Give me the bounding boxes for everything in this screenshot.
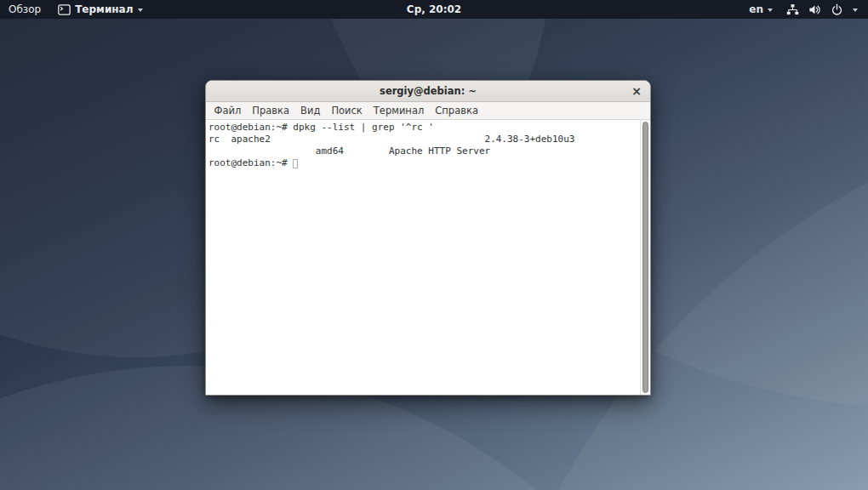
wired-network-icon xyxy=(786,3,799,16)
chevron-down-icon xyxy=(853,9,858,12)
activities-overview-button[interactable]: Обзор xyxy=(0,0,49,19)
top-bar: Обзор Терминал Ср, 20:02 en xyxy=(0,0,868,19)
terminal-line: root@debian:~# dpkg --list | grep '^rc ' xyxy=(208,122,637,134)
clock-button[interactable]: Ср, 20:02 xyxy=(398,0,470,19)
terminal-window: sergiy@debian: ~ × Файл Правка Вид Поиск… xyxy=(205,80,651,396)
terminal-line: amd64 Apache HTTP Server xyxy=(208,145,637,157)
menu-file[interactable]: Файл xyxy=(208,102,247,119)
keyboard-layout-label: en xyxy=(749,3,763,15)
terminal-line: rc apache2 2.4.38-3+deb10u3 xyxy=(208,134,637,145)
keyboard-layout-indicator[interactable]: en xyxy=(740,0,781,19)
chevron-down-icon xyxy=(138,9,143,12)
app-menu-label: Терминал xyxy=(75,3,133,15)
menu-view[interactable]: Вид xyxy=(295,102,326,119)
terminal-cursor xyxy=(293,159,298,168)
chevron-down-icon xyxy=(768,9,773,12)
menu-search[interactable]: Поиск xyxy=(326,102,368,119)
power-icon xyxy=(831,3,843,16)
menu-help[interactable]: Справка xyxy=(430,102,484,119)
terminal-scrollbar[interactable] xyxy=(640,120,650,395)
volume-icon xyxy=(808,3,821,16)
menu-terminal[interactable]: Терминал xyxy=(368,102,429,119)
scrollbar-thumb[interactable] xyxy=(642,122,648,393)
terminal-content[interactable]: root@debian:~# dpkg --list | grep '^rc '… xyxy=(206,120,650,395)
terminal-menubar: Файл Правка Вид Поиск Терминал Справка xyxy=(206,102,650,120)
close-button[interactable]: × xyxy=(628,81,645,101)
terminal-prompt-line: root@debian:~# xyxy=(208,157,637,169)
terminal-app-icon xyxy=(58,4,71,15)
window-titlebar[interactable]: sergiy@debian: ~ × xyxy=(206,81,650,102)
system-menu-button[interactable] xyxy=(781,0,868,19)
window-title: sergiy@debian: ~ xyxy=(380,85,477,97)
clock-label: Ср, 20:02 xyxy=(407,3,461,15)
app-menu-button[interactable]: Терминал xyxy=(49,0,151,19)
menu-edit[interactable]: Правка xyxy=(247,102,295,119)
activities-label: Обзор xyxy=(9,3,41,15)
